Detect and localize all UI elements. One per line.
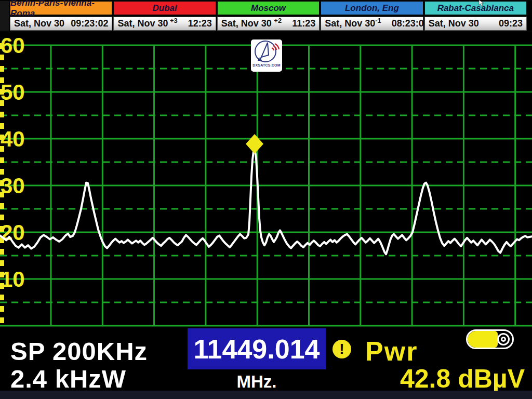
logo-caption: DXSATCS.COM xyxy=(252,63,280,67)
clock-zone-rabat-casablanca[interactable]: Rabat-Casablanca Sat, Nov 30 09:23 xyxy=(424,1,527,31)
battery-fill-level xyxy=(468,331,498,348)
clock-bar-edge xyxy=(0,1,9,31)
clock-zone-date: Sat, Nov 30 xyxy=(14,18,64,29)
clock-zone-time: 12:23 xyxy=(188,18,212,29)
clock-zone-date: Sat, Nov 30 xyxy=(117,18,168,29)
y-axis-label: 30 xyxy=(1,174,25,198)
battery-icon xyxy=(466,329,514,349)
clock-zone-time-row: Sat, Nov 30 +2 11:23 xyxy=(217,17,320,31)
y-axis-label: 60 xyxy=(1,33,25,58)
span-readout: SP 200KHz xyxy=(10,337,148,366)
clock-zone-utc-offset: +3 xyxy=(170,17,178,24)
clock-zone-city-header: Rabat-Casablanca xyxy=(424,1,527,15)
clock-zone-time: 09:23:02 xyxy=(71,18,108,29)
clock-zone-time-row: Sat, Nov 30 09:23:02 xyxy=(10,17,112,31)
clock-zone-city-label: Moscow xyxy=(251,3,286,14)
clock-zone-london-eng[interactable]: London, Eng Sat, Nov 30 -1 08:23:02 xyxy=(321,1,423,31)
spectrum-trace xyxy=(0,151,532,254)
clock-zone-city-label: Berlin-Paris-Vienna-Roma xyxy=(10,0,112,19)
clock-zone-time: 09:23 xyxy=(499,18,523,29)
clock-bar-edge-right xyxy=(527,1,532,31)
spectrum-analyzer-screen: Berlin-Paris-Vienna-Roma Sat, Nov 30 09:… xyxy=(0,0,532,399)
clock-zone-time-row: Sat, Nov 30 -1 08:23:02 xyxy=(321,17,423,31)
clock-zone-time: 08:23:02 xyxy=(392,18,429,29)
y-axis-label: 10 xyxy=(1,267,25,291)
peak-marker-diamond xyxy=(246,134,263,154)
power-label: Pwr xyxy=(365,336,418,367)
y-axis-label: 40 xyxy=(1,127,25,151)
clock-zone-time-row: Sat, Nov 30 +3 12:23 xyxy=(113,17,216,31)
clock-zone-city-label: Dubai xyxy=(152,3,177,14)
clock-zone-city-header: London, Eng xyxy=(321,1,423,15)
bandwidth-readout: 2.4 kHzW xyxy=(10,364,126,393)
clock-zone-time-row: Sat, Nov 30 09:23 xyxy=(424,17,527,31)
mouse-cursor-icon xyxy=(478,0,485,6)
power-value: 42.8 dBµV xyxy=(343,364,525,394)
clock-zone-dubai[interactable]: Dubai Sat, Nov 30 +3 12:23 xyxy=(113,1,216,31)
clock-zone-city-header: Moscow xyxy=(217,1,320,15)
world-clock-bar: Berlin-Paris-Vienna-Roma Sat, Nov 30 09:… xyxy=(0,0,532,32)
clock-zone-city-label: London, Eng xyxy=(345,3,399,14)
measurement-readout: SP 200KHz 2.4 kHzW 11449.014 MHz. ! Pwr … xyxy=(0,327,532,391)
clock-zone-city-label: Rabat-Casablanca xyxy=(437,3,514,14)
clock-zone-moscow[interactable]: Moscow Sat, Nov 30 +2 11:23 xyxy=(217,1,320,31)
frequency-field[interactable]: 11449.014 xyxy=(188,328,326,369)
clock-zone-date: Sat, Nov 30 xyxy=(221,18,272,29)
clock-zone-city-header: Dubai xyxy=(113,1,216,15)
clock-zone-city-header: Berlin-Paris-Vienna-Roma xyxy=(10,1,112,15)
bottom-status-strip xyxy=(0,391,532,399)
y-axis-label: 50 xyxy=(1,80,25,104)
clock-zone-date: Sat, Nov 30 xyxy=(429,18,479,29)
clock-zone-date: Sat, Nov 30 xyxy=(325,18,375,29)
clock-zone-utc-offset: +2 xyxy=(274,17,282,24)
warning-icon: ! xyxy=(332,340,351,358)
frequency-unit-label: MHz. xyxy=(188,372,326,392)
clock-zone-utc-offset: -1 xyxy=(375,17,381,24)
clock-zone-berlin-paris-vienna-roma[interactable]: Berlin-Paris-Vienna-Roma Sat, Nov 30 09:… xyxy=(10,1,112,31)
dxsatcs-logo: DXSATCS.COM xyxy=(251,39,282,72)
clock-zone-time: 11:23 xyxy=(292,18,315,29)
clock-zones-row: Berlin-Paris-Vienna-Roma Sat, Nov 30 09:… xyxy=(9,1,527,31)
satellite-dish-icon xyxy=(253,39,280,64)
battery-terminal-center xyxy=(501,337,506,342)
